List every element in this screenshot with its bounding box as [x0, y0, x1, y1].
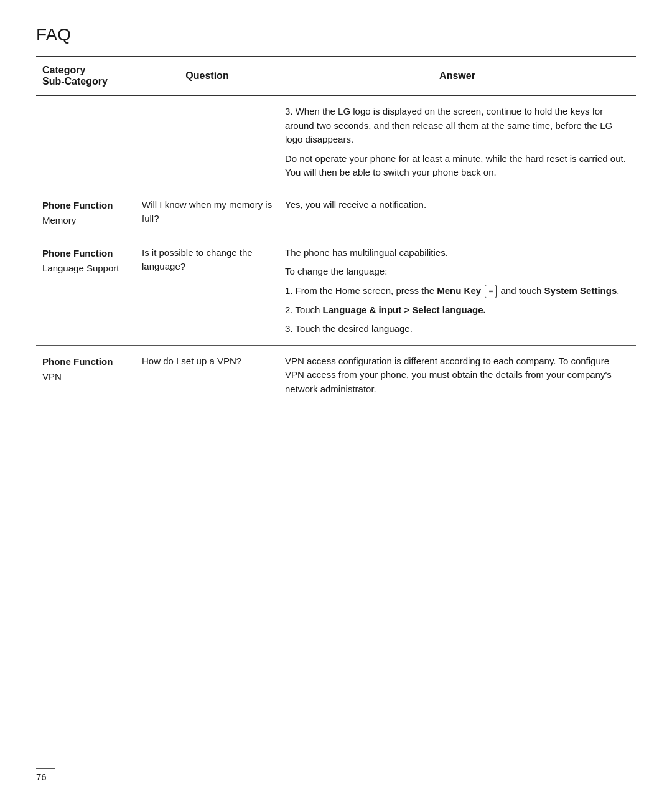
col-category-header: Category Sub-Category	[36, 57, 136, 95]
col-answer-header: Answer	[279, 57, 636, 95]
menu-key-icon: ≡	[485, 285, 497, 298]
page-number: 76	[36, 768, 55, 782]
answer-cell: The phone has multilingual capabilities.…	[279, 237, 636, 345]
question-cell: How do I set up a VPN?	[136, 345, 279, 405]
answer-cell: VPN access configuration is different ac…	[279, 345, 636, 405]
table-row: Phone Function Memory Will I know when m…	[36, 189, 636, 237]
category-cell: Phone Function VPN	[36, 345, 136, 405]
col-question-header: Question	[136, 57, 279, 95]
question-cell	[136, 95, 279, 189]
table-row: 3. When the LG logo is displayed on the …	[36, 95, 636, 189]
category-cell	[36, 95, 136, 189]
question-cell: Is it possible to change the language?	[136, 237, 279, 345]
answer-cell: Yes, you will receive a notification.	[279, 189, 636, 237]
table-row: Phone Function Language Support Is it po…	[36, 237, 636, 345]
category-cell: Phone Function Memory	[36, 189, 136, 237]
category-cell: Phone Function Language Support	[36, 237, 136, 345]
answer-cell: 3. When the LG logo is displayed on the …	[279, 95, 636, 189]
question-cell: Will I know when my memory is full?	[136, 189, 279, 237]
page-title: FAQ	[36, 25, 636, 45]
table-row: Phone Function VPN How do I set up a VPN…	[36, 345, 636, 405]
faq-table: Category Sub-Category Question Answer 3.…	[36, 56, 636, 405]
table-header-row: Category Sub-Category Question Answer	[36, 57, 636, 95]
